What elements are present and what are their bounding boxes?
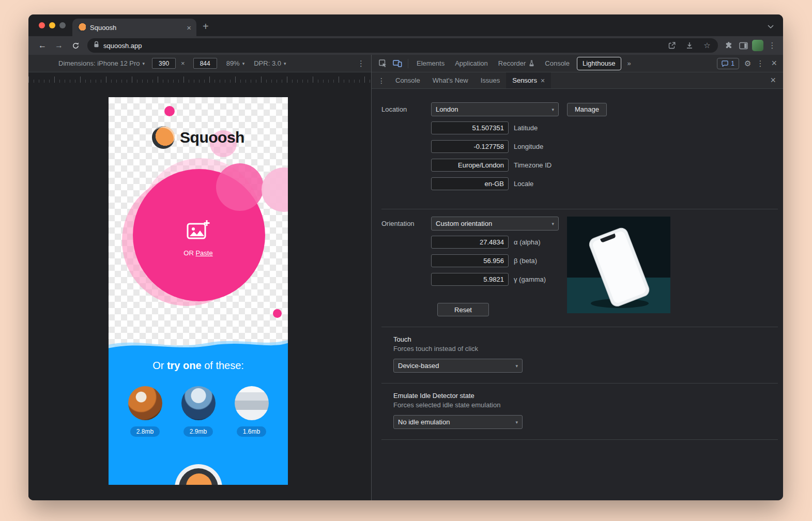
- timezone-row: Timezone ID: [431, 159, 783, 172]
- viewport-width-input[interactable]: [152, 58, 176, 69]
- new-tab-button[interactable]: +: [203, 21, 209, 32]
- viewport-canvas: Squoosh: [28, 83, 371, 500]
- tab-elements[interactable]: Elements: [411, 55, 450, 72]
- tab-search-chevron-icon[interactable]: [768, 22, 774, 31]
- idle-description: Forces selected idle state emulation: [393, 401, 783, 409]
- orientation-controls: Custom orientation ▾ α (alpha) β (beta): [431, 217, 559, 316]
- location-value: London: [436, 105, 458, 113]
- upload-area[interactable]: OR Paste: [109, 219, 288, 257]
- tab-lighthouse[interactable]: Lighthouse: [577, 57, 621, 70]
- extensions-puzzle-icon[interactable]: [723, 40, 734, 51]
- zoom-selector[interactable]: 89% ▾: [226, 59, 245, 67]
- omnibox-actions: ☆: [666, 40, 713, 51]
- location-select[interactable]: London ▾: [431, 102, 559, 116]
- device-toolbar-toggle-icon[interactable]: [390, 57, 405, 70]
- idle-select[interactable]: No idle emulation ▾: [393, 415, 523, 429]
- latitude-input[interactable]: [431, 121, 509, 134]
- inspect-element-icon[interactable]: [376, 57, 390, 70]
- install-app-icon[interactable]: [684, 40, 695, 51]
- touch-description: Forces touch instead of click: [393, 345, 783, 353]
- browser-tab-squoosh[interactable]: Squoosh ×: [72, 19, 196, 36]
- side-panel-icon[interactable]: [738, 40, 749, 51]
- squoosh-footer-logo-icon: [175, 464, 222, 485]
- sample-image-person[interactable]: [181, 386, 216, 420]
- chevron-down-icon: ▾: [515, 420, 518, 425]
- back-button[interactable]: ←: [36, 39, 49, 52]
- locale-input[interactable]: [431, 177, 509, 190]
- close-sensors-tab-icon[interactable]: ×: [541, 76, 545, 85]
- bookmark-star-icon[interactable]: ☆: [701, 40, 713, 51]
- issues-counter-button[interactable]: 1: [717, 58, 739, 69]
- viewport-height-input[interactable]: [193, 58, 217, 69]
- alpha-input[interactable]: [431, 236, 509, 249]
- gamma-input[interactable]: [431, 273, 509, 286]
- timezone-label: Timezone ID: [514, 161, 551, 169]
- sample-image-panda[interactable]: [128, 386, 162, 420]
- drawer-tab-issues[interactable]: Issues: [474, 72, 507, 88]
- sample-image-screenshot[interactable]: [235, 386, 269, 420]
- more-tabs-icon[interactable]: »: [623, 59, 635, 67]
- address-bar[interactable]: squoosh.app ☆: [87, 38, 718, 53]
- tab-strip: Squoosh × +: [28, 14, 783, 36]
- url-text[interactable]: squoosh.app: [103, 42, 662, 50]
- orientation-phone-preview[interactable]: [567, 217, 670, 313]
- profile-avatar[interactable]: [752, 40, 763, 51]
- location-label: Location: [381, 105, 431, 113]
- sample-item: 2.9mb: [181, 386, 216, 437]
- reload-button[interactable]: [69, 39, 82, 52]
- timezone-input[interactable]: [431, 159, 509, 172]
- close-window-button[interactable]: [39, 22, 45, 28]
- samples-heading: Or try one of these:: [109, 360, 288, 372]
- longitude-label: Longitude: [514, 143, 543, 150]
- tab-console[interactable]: Console: [540, 55, 575, 72]
- lock-icon: [94, 41, 99, 50]
- heading-prefix: Or: [152, 360, 167, 371]
- minimize-window-button[interactable]: [49, 22, 55, 28]
- sample-item: 2.8mb: [128, 386, 162, 437]
- forward-button[interactable]: →: [52, 39, 66, 52]
- or-label: OR: [183, 249, 195, 257]
- drawer-tab-whats-new[interactable]: What's New: [426, 72, 474, 88]
- devtools-menu-kebab-icon[interactable]: ⋮: [756, 59, 764, 68]
- chevron-down-icon: ▾: [284, 61, 286, 66]
- alpha-label: α (alpha): [514, 238, 541, 246]
- tab-title: Squoosh: [90, 24, 182, 32]
- chevron-down-icon: ▾: [515, 363, 518, 369]
- tab-close-icon[interactable]: ×: [187, 24, 191, 32]
- browser-menu-kebab-icon[interactable]: ⋮: [767, 40, 778, 51]
- blob-decoration: [262, 167, 288, 212]
- wave-decoration: [109, 336, 288, 353]
- dpr-selector[interactable]: DPR: 3.0 ▾: [254, 59, 286, 67]
- file-size-badge: 2.9mb: [183, 426, 213, 437]
- sample-images-row: 2.8mb 2.9mb 1.6mb: [109, 386, 288, 437]
- orientation-select[interactable]: Custom orientation ▾: [431, 217, 559, 231]
- device-toolbar-menu-kebab-icon[interactable]: ⋮: [357, 59, 365, 68]
- reset-button[interactable]: Reset: [437, 303, 489, 316]
- close-drawer-icon[interactable]: ×: [765, 72, 781, 88]
- chevron-down-icon: ▾: [551, 221, 554, 226]
- drawer-tab-console[interactable]: Console: [389, 72, 426, 88]
- add-image-icon: [187, 219, 210, 241]
- longitude-input[interactable]: [431, 140, 509, 153]
- issues-count: 1: [731, 60, 734, 67]
- manage-button[interactable]: Manage: [567, 103, 607, 116]
- beta-input[interactable]: [431, 254, 509, 267]
- paste-link[interactable]: Paste: [195, 249, 212, 257]
- open-in-new-icon[interactable]: [666, 40, 678, 51]
- tab-application[interactable]: Application: [450, 55, 493, 72]
- close-devtools-icon[interactable]: ×: [769, 58, 779, 69]
- drawer-tab-sensors[interactable]: Sensors ×: [506, 72, 551, 88]
- dpr-value: DPR: 3.0: [254, 59, 281, 67]
- device-selector[interactable]: Dimensions: iPhone 12 Pro ▾: [58, 59, 145, 67]
- chevron-down-icon: ▾: [242, 61, 245, 66]
- settings-gear-icon[interactable]: ⚙: [744, 59, 751, 68]
- squoosh-favicon-icon: [78, 23, 86, 32]
- horizontal-ruler: [28, 72, 371, 83]
- tab-recorder[interactable]: Recorder: [493, 55, 540, 72]
- touch-select[interactable]: Device-based ▾: [393, 359, 523, 373]
- location-fields: Latitude Longitude Timezone ID Loca: [372, 116, 783, 190]
- pink-dot-decoration: [164, 106, 175, 116]
- zoom-window-button[interactable]: [59, 22, 66, 28]
- locale-row: Locale: [431, 177, 783, 190]
- drawer-menu-kebab-icon[interactable]: ⋮: [374, 72, 389, 88]
